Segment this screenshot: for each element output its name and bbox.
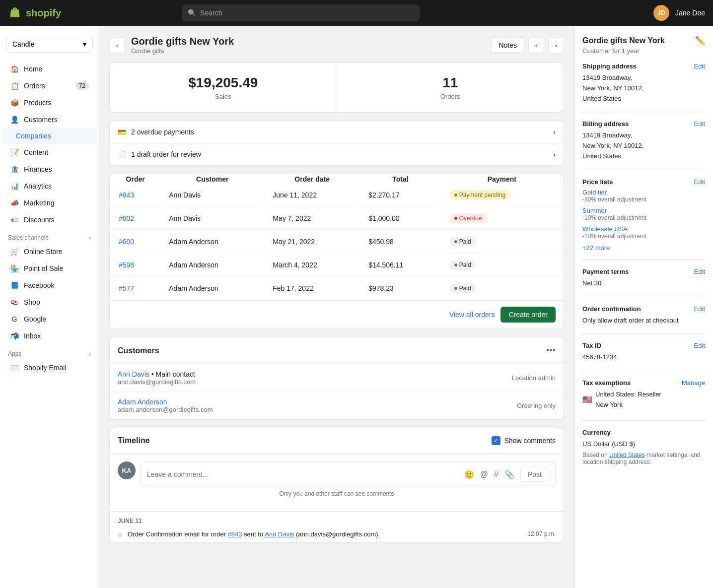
facebook-icon: 📘	[10, 281, 19, 290]
sidebar-nav-item-home[interactable]: 🏠 Home	[2, 61, 97, 77]
sidebar-label-finances: Finances	[24, 165, 52, 173]
order-link-843[interactable]: #843	[119, 191, 134, 199]
tax-exemptions-manage-link[interactable]: Manage	[682, 379, 705, 387]
shipping-section-header: Shipping address Edit	[582, 63, 705, 70]
view-all-orders-link[interactable]: View all orders	[449, 311, 495, 319]
col-payment: Payment	[441, 175, 563, 183]
order-link-802[interactable]: #802	[119, 214, 134, 222]
payment-terms-title: Payment terms	[582, 268, 629, 275]
notes-button[interactable]: Notes	[491, 38, 524, 53]
sidebar-nav-item-marketing[interactable]: 📣 Marketing	[2, 195, 97, 211]
create-order-button[interactable]: Create order	[500, 307, 556, 323]
store-selector[interactable]: Candle ▾	[6, 36, 93, 53]
shopify-logo[interactable]: shopify	[8, 6, 61, 20]
sidebar-nav-item-companies[interactable]: Companies	[2, 128, 97, 144]
order-link-600[interactable]: #600	[119, 238, 134, 246]
hashtag-icon[interactable]: #	[494, 470, 499, 479]
orders-table-head: Order Customer Order date Total Payment	[111, 175, 563, 183]
sidebar-label-google: Google	[24, 315, 46, 323]
customer-link-adam[interactable]: Adam Anderson	[118, 398, 167, 406]
order-confirmation-value: Only allow draft order at checkout	[582, 316, 705, 326]
price-lists-title: Price lists	[582, 178, 613, 186]
prev-button[interactable]: ‹	[528, 37, 544, 53]
sidebar-label-shop: Shop	[24, 298, 40, 306]
customer-role-ann: Location admin	[512, 374, 556, 382]
next-button[interactable]: ›	[548, 37, 564, 53]
orders-icon: 📋	[10, 81, 19, 90]
sales-channels-expand-icon[interactable]: ›	[89, 234, 91, 241]
show-comments-checkbox[interactable]: ✓	[492, 436, 500, 445]
date-577: Feb 17, 2022	[265, 277, 359, 299]
emoji-icon[interactable]: 🙂	[464, 470, 474, 479]
sidebar-label-facebook: Facebook	[24, 281, 54, 289]
back-button[interactable]: ‹	[109, 37, 125, 53]
content-icon: 📝	[10, 148, 19, 157]
customers-card-header: Customers •••	[110, 337, 564, 364]
customer-tag-ann: • Main contact	[151, 370, 195, 378]
orders-badge: 72	[75, 82, 89, 90]
sidebar-nav-item-customers[interactable]: 👤 Customers	[2, 111, 97, 128]
main-content: ‹ Gordie gifts New York Gordie gifts Not…	[99, 26, 574, 588]
sidebar-nav-item-shopify-email[interactable]: ✉️ Shopify Email	[2, 359, 97, 376]
sidebar-nav-item-discounts[interactable]: 🏷 Discounts	[2, 211, 97, 228]
panel-customer-duration: Customer for 1 year	[582, 47, 705, 55]
more-price-lists-link[interactable]: +22 more	[582, 244, 610, 252]
price-list-summer: Summer -10% overall adjustment	[582, 207, 705, 221]
order-link-577[interactable]: #577	[119, 284, 134, 292]
sidebar-nav-item-google[interactable]: G Google	[2, 311, 97, 327]
sidebar-nav-item-content[interactable]: 📝 Content	[2, 144, 97, 161]
total-577: $978.23	[360, 277, 440, 299]
mention-icon[interactable]: @	[480, 470, 488, 479]
customers-more-button[interactable]: •••	[546, 345, 556, 356]
sidebar-nav-item-inbox[interactable]: 📬 Inbox	[2, 327, 97, 344]
draft-order-alert[interactable]: 📄 1 draft order for review ›	[110, 143, 564, 165]
sidebar-label-shopify-email: Shopify Email	[24, 364, 67, 372]
payment-terms-edit-link[interactable]: Edit	[694, 268, 705, 275]
price-list-name-summer[interactable]: Summer	[582, 207, 705, 214]
sales-label: Sales	[122, 93, 325, 100]
avatar[interactable]: JD	[653, 5, 669, 21]
attachment-icon[interactable]: 📎	[504, 470, 514, 479]
price-lists-edit-link[interactable]: Edit	[694, 178, 705, 186]
table-row: #802 Ann Davis May 7, 2022 $1,000.00 Ove…	[111, 207, 563, 230]
panel-edit-icon[interactable]: ✏️	[695, 36, 705, 45]
order-link-598[interactable]: #598	[119, 261, 134, 269]
table-row: #598 Adam Anderson March 4, 2022 $14,506…	[111, 254, 563, 276]
sales-value: $19,205.49	[122, 75, 325, 91]
price-list-name-wholesale[interactable]: Wholesale USA	[582, 225, 705, 233]
comment-input[interactable]	[147, 470, 464, 478]
overdue-payments-alert[interactable]: 💳 2 overdue payments ›	[110, 121, 564, 143]
tax-exemptions-section: Tax exemptions Manage 🇺🇸 United States: …	[582, 379, 705, 421]
show-comments-label: Show comments	[504, 437, 556, 445]
currency-link[interactable]: United States	[609, 452, 645, 458]
sidebar-nav-item-shop[interactable]: 🛍 Shop	[2, 294, 97, 311]
page-header-left: ‹ Gordie gifts New York Gordie gifts	[109, 36, 234, 55]
shipping-edit-link[interactable]: Edit	[694, 63, 705, 70]
tax-id-section: Tax ID Edit 45678-1234	[582, 342, 705, 371]
search-input[interactable]	[200, 9, 414, 17]
shipping-address-title: Shipping address	[582, 63, 637, 70]
sidebar-label-marketing: Marketing	[24, 199, 54, 207]
sidebar-nav-item-products[interactable]: 📦 Products	[2, 94, 97, 111]
order-confirmation-section: Order confirmation Edit Only allow draft…	[582, 305, 705, 334]
billing-edit-link[interactable]: Edit	[694, 120, 705, 128]
tax-id-edit-link[interactable]: Edit	[694, 342, 705, 349]
overdue-payments-text: 2 overdue payments	[131, 128, 194, 136]
tax-exemption-country: United States: Reseller	[595, 390, 661, 400]
panel-company-name: Gordie gifts New York	[582, 36, 665, 45]
price-list-name-gold[interactable]: Gold tier	[582, 189, 705, 196]
apps-expand-icon[interactable]: ›	[89, 350, 91, 357]
sidebar-nav-item-finances[interactable]: 🏦 Finances	[2, 161, 97, 178]
post-button[interactable]: Post	[520, 467, 549, 482]
event-customer-link[interactable]: Ann Davis	[265, 530, 294, 538]
order-confirmation-edit-link[interactable]: Edit	[694, 305, 705, 313]
sidebar-nav-item-pos[interactable]: 🏪 Point of Sale	[2, 260, 97, 277]
show-comments-toggle[interactable]: ✓ Show comments	[492, 436, 556, 445]
sidebar-nav-item-orders[interactable]: 📋 Orders 72	[2, 77, 97, 94]
sidebar-nav-item-analytics[interactable]: 📊 Analytics	[2, 178, 97, 195]
sidebar-label-content: Content	[24, 148, 48, 156]
customer-link-ann[interactable]: Ann Davis	[118, 370, 149, 378]
sidebar-nav-item-online-store[interactable]: 🛒 Online Store	[2, 243, 97, 260]
sidebar-nav-item-facebook[interactable]: 📘 Facebook	[2, 277, 97, 294]
event-order-link[interactable]: #843	[228, 530, 242, 538]
